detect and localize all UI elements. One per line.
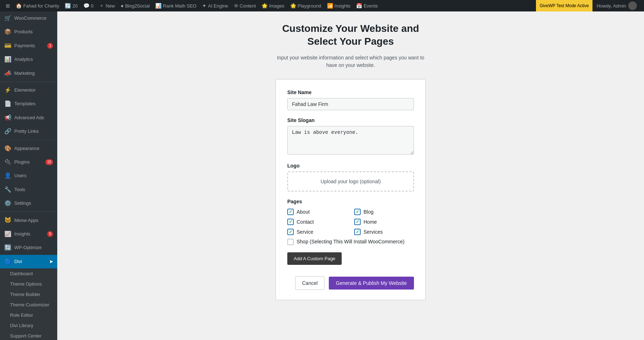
wp-logo[interactable]: ⊞: [3, 0, 13, 11]
layout: 🛒 WooCommerce 📦 Products 💳 Payments 1 📊 …: [0, 11, 644, 340]
comments[interactable]: 💬 0: [80, 0, 96, 11]
appearance-icon: 🎨: [4, 145, 11, 152]
sidebar-item-templates[interactable]: 📄 Templates: [0, 97, 57, 111]
new-button[interactable]: ＋ New: [96, 0, 118, 11]
home-checkbox[interactable]: [354, 219, 361, 225]
sidebar-item-users[interactable]: 👤 Users: [0, 169, 57, 183]
about-checkbox[interactable]: [287, 209, 294, 215]
plugins-icon: 🔌: [4, 158, 11, 166]
sidebar-item-plugins[interactable]: 🔌 Plugins 15: [0, 155, 57, 169]
site-slogan-label: Site Slogan: [287, 117, 414, 123]
page-services[interactable]: Services: [354, 229, 414, 235]
givewp-badge: GiveWP Test Mode Active: [536, 0, 592, 11]
updates-icon: 🔄: [65, 3, 71, 9]
tools-icon: 🔧: [4, 186, 11, 194]
form-actions: Cancel Generate & Publish My Website: [287, 276, 414, 290]
rankmath-link[interactable]: 📊 Rank Math SEO: [152, 0, 199, 11]
top-bar-right: GiveWP Test Mode Active Howdy, Admin: [536, 0, 641, 11]
howdy-user[interactable]: Howdy, Admin: [592, 0, 641, 11]
submenu-theme-options[interactable]: Theme Options: [0, 279, 57, 289]
analytics-icon: 📊: [4, 55, 11, 63]
blog2social-link[interactable]: ● Blog2Social: [118, 0, 152, 11]
images-link[interactable]: 🌟 Images: [259, 0, 287, 11]
submenu-role-editor[interactable]: Role Editor: [0, 310, 57, 320]
sidebar-item-settings[interactable]: ⚙️ Settings: [0, 196, 57, 210]
playground-icon: 🌟: [290, 3, 296, 9]
shop-checkbox[interactable]: [287, 239, 294, 245]
blog-checkbox[interactable]: [354, 209, 361, 215]
insights-link[interactable]: 📶 Insights: [324, 0, 353, 11]
blog2social-icon: ●: [121, 3, 123, 9]
page-home[interactable]: Home: [354, 219, 414, 225]
add-custom-page-button[interactable]: Add A Custom Page: [287, 252, 342, 265]
user-avatar-icon: [628, 1, 637, 10]
insights-badge: 5: [47, 231, 53, 237]
ai-engine-icon: ✦: [202, 3, 206, 9]
service-checkbox[interactable]: [287, 229, 294, 235]
logo-upload-area[interactable]: Upload your logo (optional): [287, 171, 414, 191]
page-about[interactable]: About: [287, 209, 347, 215]
updates[interactable]: 🔄 20: [62, 0, 80, 11]
sidebar-item-elementor[interactable]: ⚡ Elementor: [0, 83, 57, 97]
page-subtitle: Input your website information and selec…: [275, 54, 426, 69]
site-icon: 🏠: [16, 3, 22, 9]
sidebar: 🛒 WooCommerce 📦 Products 💳 Payments 1 📊 …: [0, 11, 57, 340]
advanced-ads-icon: 📢: [4, 114, 11, 122]
cancel-button[interactable]: Cancel: [295, 276, 325, 290]
marketing-icon: 📣: [4, 69, 11, 77]
sidebar-item-advanced-ads[interactable]: 📢 Advanced Ads: [0, 111, 57, 125]
sidebar-item-woocommerce[interactable]: 🛒 WooCommerce: [0, 11, 57, 25]
logo-label: Logo: [287, 163, 414, 169]
content-link[interactable]: ❊ Content: [231, 0, 259, 11]
products-icon: 📦: [4, 28, 11, 36]
page-service[interactable]: Service: [287, 229, 347, 235]
sidebar-item-tools[interactable]: 🔧 Tools: [0, 183, 57, 196]
site-name-label: Site Name: [287, 89, 414, 95]
submenu-theme-customizer[interactable]: Theme Customizer: [0, 300, 57, 310]
generate-publish-button[interactable]: Generate & Publish My Website: [329, 277, 414, 290]
plugins-badge: 15: [45, 159, 53, 165]
top-bar: ⊞ 🏠 Fahad for Charity 🔄 20 💬 0 ＋ New ● B…: [0, 0, 644, 11]
pages-section: Pages About Blog Contact: [287, 199, 414, 245]
woocommerce-icon: 🛒: [4, 14, 11, 22]
submenu-divi-library[interactable]: Divi Library: [0, 320, 57, 331]
page-contact[interactable]: Contact: [287, 219, 347, 225]
site-name-input[interactable]: [287, 98, 414, 110]
site-slogan-input[interactable]: Law is above everyone.: [287, 126, 414, 155]
services-checkbox[interactable]: [354, 229, 361, 235]
sidebar-item-analytics[interactable]: 📊 Analytics: [0, 53, 57, 66]
divi-icon: 🔵: [4, 258, 11, 266]
submenu-theme-builder[interactable]: Theme Builder: [0, 289, 57, 300]
settings-icon: ⚙️: [4, 199, 11, 207]
sidebar-item-pretty-links[interactable]: 🔗 Pretty Links: [0, 125, 57, 138]
ai-engine-link[interactable]: ✦ AI Engine: [199, 0, 231, 11]
sidebar-item-divi[interactable]: 🔵 Divi ▶: [0, 255, 57, 268]
sidebar-item-appearance[interactable]: 🎨 Appearance: [0, 142, 57, 155]
sidebar-item-insights[interactable]: 📈 Insights 5: [0, 227, 57, 241]
content-icon: ❊: [234, 3, 238, 9]
sidebar-item-meow-apps[interactable]: 🐱 Meow Apps: [0, 213, 57, 227]
templates-icon: 📄: [4, 100, 11, 108]
site-name[interactable]: 🏠 Fahad for Charity: [13, 0, 62, 11]
events-link[interactable]: 📅 Events: [353, 0, 381, 11]
sidebar-item-wp-optimize[interactable]: 🔄 WP-Optimize: [0, 241, 57, 254]
events-icon: 📅: [356, 3, 362, 9]
divider-1: [0, 82, 57, 82]
site-slogan-group: Site Slogan Law is above everyone.: [287, 117, 414, 156]
submenu-dashboard[interactable]: Dashboard: [0, 268, 57, 279]
sidebar-item-payments[interactable]: 💳 Payments 1: [0, 39, 57, 53]
divi-arrow: ▶: [50, 259, 53, 264]
divider-3: [0, 212, 57, 212]
payments-badge: 1: [47, 43, 53, 49]
pretty-links-icon: 🔗: [4, 127, 11, 135]
submenu-support-center[interactable]: Support Center: [0, 331, 57, 340]
main-content: Customize Your Website andSelect Your Pa…: [57, 11, 644, 340]
page-shop[interactable]: Shop (Selecting This Will Install WooCom…: [287, 239, 414, 245]
insights-sidebar-icon: 📈: [4, 230, 11, 238]
page-blog[interactable]: Blog: [354, 209, 414, 215]
playground-link[interactable]: 🌟 Playground: [287, 0, 324, 11]
contact-checkbox[interactable]: [287, 219, 294, 225]
divider-2: [0, 140, 57, 140]
sidebar-item-products[interactable]: 📦 Products: [0, 25, 57, 39]
sidebar-item-marketing[interactable]: 📣 Marketing: [0, 67, 57, 80]
